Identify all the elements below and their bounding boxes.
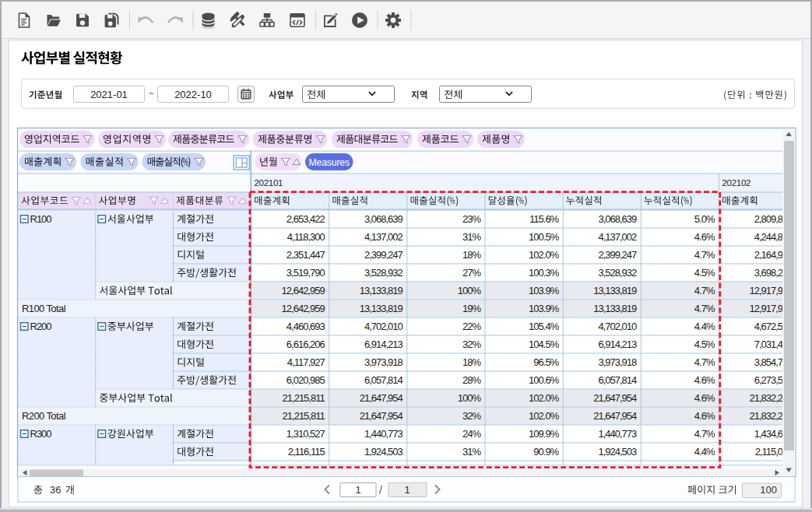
svg-text:R100: R100 bbox=[30, 213, 52, 225]
svg-text:28%: 28% bbox=[462, 374, 481, 386]
svg-text:102.0%: 102.0% bbox=[529, 410, 560, 422]
svg-text:100.5%: 100.5% bbox=[529, 231, 560, 243]
svg-text:R300: R300 bbox=[30, 428, 52, 440]
svg-text:202102: 202102 bbox=[722, 178, 751, 188]
svg-text:4.7%: 4.7% bbox=[694, 303, 715, 314]
svg-text:23%: 23% bbox=[462, 213, 481, 225]
svg-text:4.4%: 4.4% bbox=[694, 321, 715, 332]
svg-text:3,528,932: 3,528,932 bbox=[598, 267, 637, 279]
svg-text:1,924,503: 1,924,503 bbox=[598, 446, 637, 458]
svg-text:21,215,811: 21,215,811 bbox=[283, 410, 325, 422]
svg-text:4.6%: 4.6% bbox=[694, 410, 715, 422]
svg-text:27%: 27% bbox=[462, 267, 481, 279]
svg-text:R200 Total: R200 Total bbox=[22, 410, 66, 422]
svg-text:1,924,503: 1,924,503 bbox=[364, 446, 403, 458]
svg-text:2022-10: 2022-10 bbox=[174, 89, 212, 100]
svg-text:4,118,300: 4,118,300 bbox=[287, 231, 325, 243]
svg-text:1: 1 bbox=[355, 484, 360, 496]
svg-text:109.9%: 109.9% bbox=[529, 428, 560, 440]
svg-text:96.5%: 96.5% bbox=[533, 356, 559, 368]
svg-text:100.6%: 100.6% bbox=[529, 374, 560, 386]
svg-text:115.6%: 115.6% bbox=[529, 213, 560, 225]
svg-text:6,057,814: 6,057,814 bbox=[364, 374, 403, 386]
svg-text:3,068,639: 3,068,639 bbox=[364, 213, 403, 225]
svg-text:24%: 24% bbox=[462, 428, 481, 440]
svg-text:18%: 18% bbox=[462, 356, 481, 368]
svg-text:6,057,814: 6,057,814 bbox=[598, 374, 637, 386]
svg-text:R100 Total: R100 Total bbox=[22, 303, 66, 314]
svg-text:13,133,819: 13,133,819 bbox=[360, 285, 403, 296]
svg-text:4,702,010: 4,702,010 bbox=[598, 321, 637, 332]
svg-text:104.5%: 104.5% bbox=[529, 338, 560, 350]
svg-text:4,137,002: 4,137,002 bbox=[598, 231, 637, 243]
svg-text:2,399,247: 2,399,247 bbox=[364, 249, 403, 261]
svg-text:19%: 19% bbox=[462, 303, 481, 314]
svg-text:4.5%: 4.5% bbox=[694, 267, 715, 279]
svg-text:3,068,639: 3,068,639 bbox=[598, 213, 637, 225]
svg-text:102.0%: 102.0% bbox=[529, 249, 560, 261]
svg-text:4,702,010: 4,702,010 bbox=[364, 321, 403, 332]
svg-text:4.6%: 4.6% bbox=[694, 374, 715, 386]
svg-text:31%: 31% bbox=[462, 446, 481, 458]
svg-text:4.6%: 4.6% bbox=[694, 392, 715, 404]
svg-text:1,310,527: 1,310,527 bbox=[286, 428, 325, 440]
svg-text:5.0%: 5.0% bbox=[694, 213, 715, 225]
svg-text:103.9%: 103.9% bbox=[529, 303, 560, 314]
svg-text:2,399,247: 2,399,247 bbox=[598, 249, 637, 261]
svg-text:102.0%: 102.0% bbox=[529, 392, 560, 404]
svg-text:3,973,918: 3,973,918 bbox=[598, 356, 637, 368]
svg-text:Measures: Measures bbox=[309, 157, 350, 168]
svg-text:13,133,819: 13,133,819 bbox=[593, 285, 637, 296]
svg-text:21,647,954: 21,647,954 bbox=[593, 410, 637, 422]
svg-text:31%: 31% bbox=[462, 231, 481, 243]
svg-text:6,914,213: 6,914,213 bbox=[364, 338, 403, 350]
svg-text:100: 100 bbox=[760, 484, 777, 496]
svg-text:22%: 22% bbox=[462, 321, 481, 332]
svg-text:3,519,790: 3,519,790 bbox=[286, 267, 325, 279]
svg-text:4.4%: 4.4% bbox=[694, 446, 715, 458]
svg-text:1,440,773: 1,440,773 bbox=[364, 428, 403, 440]
svg-text:21,215,811: 21,215,811 bbox=[283, 392, 325, 404]
svg-text:32%: 32% bbox=[462, 338, 481, 350]
svg-text:4.7%: 4.7% bbox=[694, 285, 715, 296]
svg-text:100%: 100% bbox=[458, 285, 482, 296]
svg-text:13,133,819: 13,133,819 bbox=[360, 303, 403, 314]
svg-text:3,528,932: 3,528,932 bbox=[364, 267, 403, 279]
svg-text:90.9%: 90.9% bbox=[533, 446, 559, 458]
svg-text:R200: R200 bbox=[30, 321, 52, 332]
svg-text:202101: 202101 bbox=[255, 178, 283, 188]
svg-text:1: 1 bbox=[404, 484, 410, 496]
svg-text:21,647,954: 21,647,954 bbox=[360, 410, 403, 422]
svg-text:2021-01: 2021-01 bbox=[90, 89, 128, 100]
svg-text:32%: 32% bbox=[462, 410, 481, 422]
svg-text:103.9%: 103.9% bbox=[529, 285, 560, 296]
svg-text:4.7%: 4.7% bbox=[694, 356, 715, 368]
svg-text:4.7%: 4.7% bbox=[694, 428, 715, 440]
svg-text:6,020,985: 6,020,985 bbox=[286, 374, 325, 386]
svg-text:21,647,954: 21,647,954 bbox=[360, 392, 403, 404]
svg-text:4,117,927: 4,117,927 bbox=[287, 356, 325, 368]
svg-text:4.5%: 4.5% bbox=[694, 338, 715, 350]
svg-text:36: 36 bbox=[50, 484, 61, 496]
svg-text:21,647,954: 21,647,954 bbox=[593, 392, 637, 404]
svg-text:12,642,959: 12,642,959 bbox=[282, 303, 325, 314]
svg-text:2,351,447: 2,351,447 bbox=[286, 249, 325, 261]
svg-text:3,973,918: 3,973,918 bbox=[364, 356, 403, 368]
svg-text:/: / bbox=[379, 484, 382, 496]
svg-text:6,914,213: 6,914,213 bbox=[598, 338, 637, 350]
svg-text:18%: 18% bbox=[462, 249, 481, 261]
svg-text:4.6%: 4.6% bbox=[694, 231, 715, 243]
svg-text:4,460,693: 4,460,693 bbox=[286, 321, 325, 332]
svg-text:2,653,422: 2,653,422 bbox=[286, 213, 325, 225]
svg-text:1,440,773: 1,440,773 bbox=[598, 428, 637, 440]
svg-text:13,133,819: 13,133,819 bbox=[593, 303, 637, 314]
svg-text:6,616,206: 6,616,206 bbox=[286, 338, 325, 350]
svg-text:4.7%: 4.7% bbox=[694, 249, 715, 261]
svg-text:100.3%: 100.3% bbox=[529, 267, 560, 279]
svg-text:2,116,115: 2,116,115 bbox=[288, 446, 325, 458]
svg-text:100%: 100% bbox=[458, 392, 482, 404]
svg-text:4,137,002: 4,137,002 bbox=[364, 231, 403, 243]
svg-text:12,642,959: 12,642,959 bbox=[282, 285, 325, 296]
svg-text:105.4%: 105.4% bbox=[529, 321, 560, 332]
